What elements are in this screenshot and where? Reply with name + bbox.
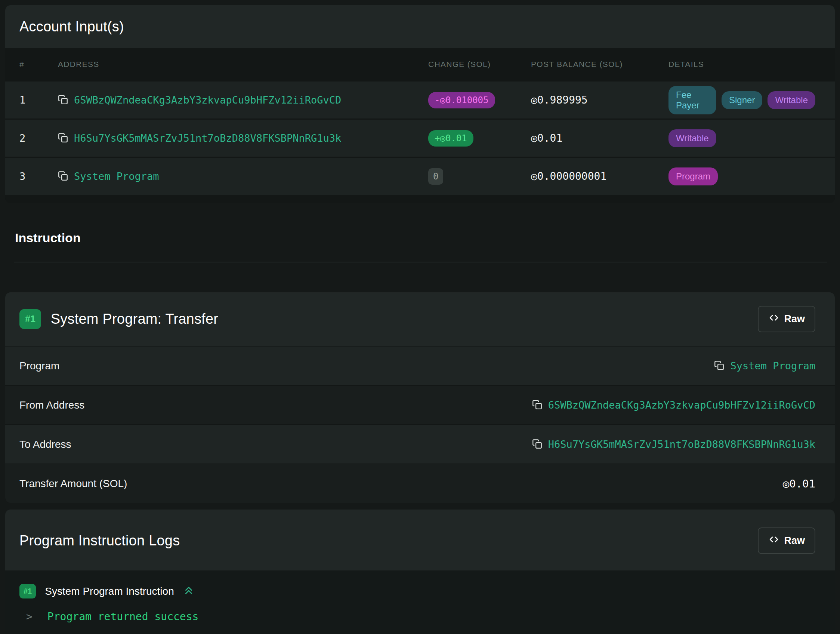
column-header: #: [19, 60, 58, 69]
program-instruction-logs-card: Program Instruction Logs Raw #1 System P…: [5, 509, 835, 634]
copy-icon: [58, 95, 68, 106]
change-cell: 0: [428, 168, 531, 185]
log-text: Program returned success: [47, 610, 199, 623]
detail-row-value: H6Su7YsGK5mMASrZvJ51nt7oBzD88V8FKSBPNnRG…: [532, 438, 815, 450]
copy-value-button[interactable]: [714, 360, 724, 372]
change-cell: +◎0.01: [428, 130, 531, 147]
address-cell: 6SWBzQWZndeaCKg3AzbY3zkvapCu9bHFZv12iiRo…: [58, 94, 428, 106]
copy-address-button[interactable]: [58, 171, 68, 182]
log-lines: > Program returned success: [19, 610, 815, 623]
change-badge: -◎0.010005: [428, 92, 495, 108]
table-row: 3 System Program 0 ◎0.000: [5, 157, 835, 195]
copy-address-button[interactable]: [58, 133, 68, 144]
copy-icon: [532, 400, 542, 411]
code-icon: [768, 312, 780, 326]
post-balance: ◎0.01: [531, 132, 668, 144]
raw-button[interactable]: Raw: [758, 306, 815, 332]
address-link[interactable]: 6SWBzQWZndeaCKg3AzbY3zkvapCu9bHFZv12iiRo…: [74, 94, 341, 106]
column-header: POST BALANCE (SOL): [531, 60, 668, 69]
account-inputs-header: Account Input(s): [5, 5, 835, 48]
detail-value-text[interactable]: ◎0.01: [783, 477, 815, 490]
detail-badge: Writable: [767, 91, 815, 109]
raw-button-label: Raw: [784, 535, 805, 547]
copy-value-button[interactable]: [532, 439, 542, 450]
detail-value-text[interactable]: System Program: [730, 360, 815, 372]
change-cell: -◎0.010005: [428, 92, 531, 108]
post-balance: ◎0.989995: [531, 94, 668, 106]
logs-raw-button[interactable]: Raw: [758, 528, 815, 554]
account-inputs-title: Account Input(s): [19, 19, 124, 35]
account-inputs-table: # ADDRESS CHANGE (SOL) POST BALANCE (SOL…: [5, 48, 835, 203]
detail-row-label: From Address: [19, 399, 84, 411]
instruction-card-header: #1 System Program: Transfer Raw: [5, 292, 835, 346]
copy-icon: [58, 171, 68, 182]
details-cell: Fee Payer Signer Writable: [668, 86, 815, 114]
detail-row: Program System Program: [5, 346, 835, 385]
address-cell: H6Su7YsGK5mMASrZvJ51nt7oBzD88V8FKSBPNnRG…: [58, 132, 428, 144]
collapse-entry-button[interactable]: [183, 585, 194, 598]
detail-row: From Address 6SWBzQWZndeaCKg3AzbY3zkvapC…: [5, 385, 835, 424]
instruction-section-heading: Instruction: [15, 231, 835, 245]
instruction-index-badge: #1: [19, 309, 41, 329]
detail-badge: Writable: [668, 129, 716, 147]
log-prompt: >: [26, 610, 33, 623]
details-cell: Program: [668, 168, 815, 185]
column-header: CHANGE (SOL): [428, 60, 531, 69]
row-index: 1: [19, 94, 58, 106]
table-row: 1 6SWBzQWZndeaCKg3AzbY3zkvapCu9bHFZv12ii…: [5, 81, 835, 119]
detail-row: Transfer Amount (SOL) ◎0.01: [5, 463, 835, 503]
transaction-inspector-page: Account Input(s) # ADDRESS CHANGE (SOL) …: [0, 0, 840, 634]
code-icon: [768, 534, 780, 548]
instruction-card: #1 System Program: Transfer Raw Program: [5, 292, 835, 503]
address-link[interactable]: System Program: [74, 171, 159, 182]
detail-row-value: ◎0.01: [783, 477, 815, 490]
logs-card-header: Program Instruction Logs Raw: [5, 509, 835, 571]
logs-body: #1 System Program Instruction > Program …: [5, 571, 835, 634]
details-cell: Writable: [668, 129, 815, 147]
log-entry-title: System Program Instruction: [45, 585, 174, 598]
post-balance: ◎0.000000001: [531, 170, 668, 182]
logs-card-title: Program Instruction Logs: [19, 533, 180, 549]
detail-row-value: System Program: [714, 360, 815, 372]
copy-icon: [532, 439, 542, 450]
chevrons-up-icon: [183, 585, 194, 598]
detail-row-value: 6SWBzQWZndeaCKg3AzbY3zkvapCu9bHFZv12iiRo…: [532, 399, 815, 411]
detail-row-label: Transfer Amount (SOL): [19, 478, 127, 490]
row-index: 3: [19, 171, 58, 182]
raw-button-label: Raw: [784, 313, 805, 325]
detail-badge: Signer: [722, 91, 762, 109]
copy-address-button[interactable]: [58, 95, 68, 106]
copy-value-button[interactable]: [532, 400, 542, 411]
account-inputs-table-body: 1 6SWBzQWZndeaCKg3AzbY3zkvapCu9bHFZv12ii…: [5, 81, 835, 195]
detail-badge: Program: [668, 168, 718, 185]
row-index: 2: [19, 132, 58, 144]
section-divider: [14, 262, 827, 262]
column-header: ADDRESS: [58, 60, 428, 69]
detail-value-text[interactable]: 6SWBzQWZndeaCKg3AzbY3zkvapCu9bHFZv12iiRo…: [548, 399, 815, 411]
detail-row-label: To Address: [19, 438, 71, 451]
account-inputs-table-head: # ADDRESS CHANGE (SOL) POST BALANCE (SOL…: [5, 48, 835, 81]
column-header: DETAILS: [668, 60, 815, 69]
log-line: > Program returned success: [26, 610, 815, 623]
copy-icon: [714, 360, 724, 372]
log-entry-index-badge: #1: [19, 584, 36, 599]
change-badge: 0: [428, 168, 443, 185]
instruction-title: System Program: Transfer: [51, 311, 218, 327]
address-cell: System Program: [58, 171, 428, 182]
detail-value-text[interactable]: H6Su7YsGK5mMASrZvJ51nt7oBzD88V8FKSBPNnRG…: [548, 438, 815, 450]
copy-icon: [58, 133, 68, 144]
detail-row: To Address H6Su7YsGK5mMASrZvJ51nt7oBzD88…: [5, 424, 835, 463]
detail-badge: Fee Payer: [668, 86, 716, 114]
detail-row-label: Program: [19, 360, 59, 372]
address-link[interactable]: H6Su7YsGK5mMASrZvJ51nt7oBzD88V8FKSBPNnRG…: [74, 132, 341, 144]
table-row: 2 H6Su7YsGK5mMASrZvJ51nt7oBzD88V8FKSBPNn…: [5, 119, 835, 157]
instruction-detail-rows: Program System Program From Address: [5, 346, 835, 503]
change-badge: +◎0.01: [428, 130, 474, 147]
log-entry-header: #1 System Program Instruction: [19, 584, 815, 599]
account-inputs-card: Account Input(s) # ADDRESS CHANGE (SOL) …: [5, 5, 835, 203]
